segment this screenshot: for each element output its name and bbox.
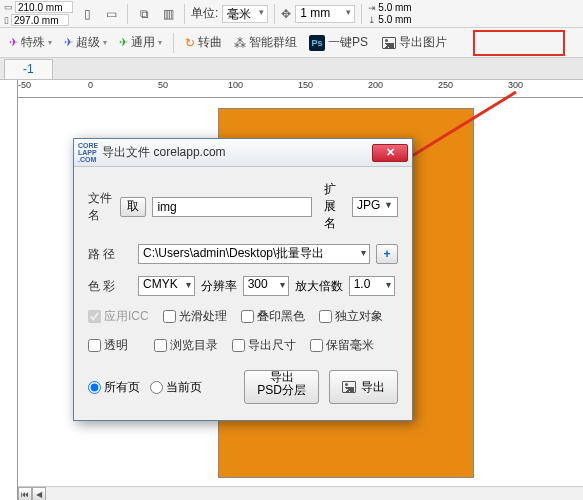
plugin-toolbar: ✈特殊▾ ✈超级▾ ✈通用▾ ↻转曲 ⁂智能群组 Ps一键PS 导出图片: [0, 28, 583, 58]
property-bar: ▭ ▯ ▯ ▭ ⧉ ▥ 单位: 毫米 ✥ 1 mm ⇥5.0 mm ⤓5.0 m…: [0, 0, 583, 28]
height-icon: ▯: [4, 15, 9, 25]
photoshop-icon: Ps: [309, 35, 325, 51]
horizontal-scrollbar[interactable]: ⏮ ◀: [18, 486, 583, 500]
image-icon: [342, 381, 356, 393]
canvas[interactable]: CORELAPP.COM 导出文件 corelapp.com ✕ 文件名 取 扩…: [18, 98, 583, 500]
overprint-checkbox[interactable]: 叠印黑色: [241, 308, 305, 325]
export-image-button[interactable]: 导出图片: [377, 32, 452, 53]
current-page-radio[interactable]: 当前页: [150, 379, 202, 396]
page-dimensions: ▭ ▯: [4, 1, 73, 26]
send-icon: ✈: [119, 36, 128, 49]
dup-x-value: 5.0 mm: [378, 2, 411, 13]
refresh-icon: ↻: [185, 36, 195, 50]
first-page-button[interactable]: ⏮: [18, 487, 32, 500]
nudge-icon: ✥: [281, 7, 291, 21]
common-button[interactable]: ✈通用▾: [116, 32, 165, 53]
separator: [274, 4, 275, 24]
independent-checkbox[interactable]: 独立对象: [319, 308, 383, 325]
separator: [127, 4, 128, 24]
dup-x-icon: ⇥: [368, 3, 376, 13]
all-pages-radio[interactable]: 所有页: [88, 379, 140, 396]
export-size-checkbox[interactable]: 导出尺寸: [232, 337, 296, 354]
path-label: 路 径: [88, 246, 132, 263]
dialog-body: 文件名 取 扩展名 JPG 路 径 C:\Users\admin\Desktop…: [74, 167, 412, 420]
super-button[interactable]: ✈超级▾: [61, 32, 110, 53]
tab-doc-1[interactable]: -1: [4, 59, 53, 79]
scale-select[interactable]: 1.0: [349, 276, 395, 296]
unit-label: 单位:: [191, 5, 218, 22]
group-icon: ⁂: [234, 36, 246, 50]
export-button[interactable]: 导出: [329, 370, 398, 404]
duplicate-distance: ⇥5.0 mm ⤓5.0 mm: [368, 2, 411, 25]
send-icon: ✈: [9, 36, 18, 49]
smooth-checkbox[interactable]: 光滑处理: [163, 308, 227, 325]
dup-y-value: 5.0 mm: [378, 14, 411, 25]
document-tabs: -1: [0, 58, 583, 80]
transparent-checkbox[interactable]: 透明: [88, 337, 128, 354]
export-psd-layers-button[interactable]: 导出PSD分层: [244, 370, 319, 404]
smart-group-button[interactable]: ⁂智能群组: [231, 32, 300, 53]
unit-select[interactable]: 毫米: [222, 5, 268, 23]
extension-label: 扩展名: [324, 181, 346, 232]
path-select[interactable]: C:\Users\admin\Desktop\批量导出: [138, 244, 370, 264]
to-curve-button[interactable]: ↻转曲: [182, 32, 225, 53]
image-icon: [382, 37, 396, 49]
vertical-ruler: [0, 80, 18, 500]
dpi-select[interactable]: 300: [243, 276, 289, 296]
separator: [361, 4, 362, 24]
dialog-titlebar[interactable]: CORELAPP.COM 导出文件 corelapp.com ✕: [74, 139, 412, 167]
page-height-input[interactable]: [11, 14, 69, 26]
prev-page-button[interactable]: ◀: [32, 487, 46, 500]
facing-pages-icon[interactable]: ▥: [158, 4, 178, 24]
one-key-ps-button[interactable]: Ps一键PS: [306, 32, 371, 53]
pages-icon[interactable]: ⧉: [134, 4, 154, 24]
color-mode-select[interactable]: CMYK: [138, 276, 195, 296]
apply-icc-checkbox[interactable]: 应用ICC: [88, 308, 149, 325]
filename-input[interactable]: [152, 197, 312, 217]
page-width-input[interactable]: [15, 1, 73, 13]
dpi-label: 分辨率: [201, 278, 237, 295]
landscape-button[interactable]: ▭: [101, 4, 121, 24]
width-icon: ▭: [4, 2, 13, 12]
portrait-button[interactable]: ▯: [77, 4, 97, 24]
corelapp-logo: CORELAPP.COM: [78, 142, 98, 163]
horizontal-ruler: -50 0 50 100 150 200 250 300: [18, 80, 583, 98]
add-path-button[interactable]: +: [376, 244, 398, 264]
send-icon: ✈: [64, 36, 73, 49]
dup-y-icon: ⤓: [368, 15, 376, 25]
color-label: 色 彩: [88, 278, 132, 295]
close-button[interactable]: ✕: [372, 144, 408, 162]
scale-label: 放大倍数: [295, 278, 343, 295]
export-dialog: CORELAPP.COM 导出文件 corelapp.com ✕ 文件名 取 扩…: [73, 138, 413, 421]
filename-label: 文件名: [88, 190, 114, 224]
keep-mm-checkbox[interactable]: 保留毫米: [310, 337, 374, 354]
separator: [184, 4, 185, 24]
extension-select[interactable]: JPG: [352, 197, 398, 217]
dialog-title-text: 导出文件 corelapp.com: [102, 144, 372, 161]
get-filename-button[interactable]: 取: [120, 197, 146, 217]
nudge-input[interactable]: 1 mm: [295, 5, 355, 23]
separator: [173, 33, 174, 53]
special-button[interactable]: ✈特殊▾: [6, 32, 55, 53]
browse-dir-checkbox[interactable]: 浏览目录: [154, 337, 218, 354]
